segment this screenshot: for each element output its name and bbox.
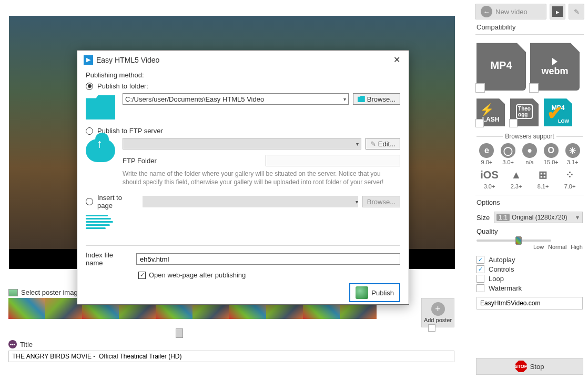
pencil-icon: ✎ [571,6,582,17]
chevron-down-icon: ▾ [356,199,358,205]
publish-ftp-label: Publish to FTP server [97,127,163,135]
folder-icon [86,95,115,119]
new-video-button[interactable]: ← New video [475,4,546,19]
slider-thumb[interactable] [176,328,183,338]
select-poster-label: Select poster image [21,288,82,296]
play-icon [552,58,557,65]
size-value: Original (1280x720) [512,214,567,221]
ios-icon: iOS [482,167,497,182]
insert-page-select[interactable]: ▾ [143,196,358,207]
cloud-upload-icon: ↑ [86,139,115,162]
open-after-label: Open web-page after publishing [149,271,246,279]
publish-dialog: ▶ Easy HTML5 Video ✕ Publishing method: … [77,50,409,305]
opera-version: 15.0+ [541,159,561,165]
compatibility-label: Compatibility [471,23,588,33]
title-label: Title [20,341,33,348]
windows-icon: ⊞ [536,167,551,182]
format-mp4-checkbox[interactable] [475,83,485,93]
chevron-down-icon: ▾ [356,141,359,147]
stop-button[interactable]: STOP Stop [476,358,583,375]
ftp-server-select[interactable]: ▾ [123,138,361,149]
poster-scroll-slider[interactable] [8,331,454,334]
open-after-checkbox[interactable]: ✓ [138,272,146,279]
pencil-icon: ✎ [370,140,376,148]
options-label: Options [471,198,588,208]
ios-version: 3.0+ [477,183,502,190]
title-input[interactable] [8,351,454,362]
folder-path-select[interactable]: C:/Users/user/Documents\Easy HTML5 Video… [123,93,349,105]
format-webm-checkbox[interactable] [529,83,539,93]
format-ogg-checkbox[interactable] [509,119,518,127]
browse-folder-button[interactable]: Browse... [353,93,400,105]
close-button[interactable]: ✕ [391,55,402,65]
blackberry-version: 7.0+ [557,183,583,190]
size-label: Size [477,214,490,222]
quality-low-label: Low [533,244,544,250]
watermark-input[interactable] [477,297,583,310]
chrome-icon: ◯ [501,143,515,158]
quality-label: Quality [477,227,498,235]
opera-icon: O [544,143,559,158]
size-select[interactable]: 1:1 Original (1280x720) ▾ [494,212,583,223]
ie-icon: e [479,143,494,158]
publish-folder-radio[interactable] [86,83,93,90]
size-ratio-badge: 1:1 [496,214,510,221]
slider-thumb[interactable] [515,236,522,245]
android-version: 2.3+ [503,183,529,190]
format-flash-checkbox[interactable] [475,119,484,127]
new-video-label: New video [495,8,528,16]
quality-high-label: High [571,244,583,250]
index-filename-input[interactable] [136,253,400,265]
add-poster-button[interactable]: + Add poster [421,298,454,327]
publish-label: Publish [371,289,394,297]
safari-version: n/a [520,159,540,165]
stop-icon: STOP [515,361,527,372]
publish-ftp-radio[interactable] [86,127,93,135]
controls-label: Controls [489,265,514,273]
edit-button[interactable]: ✎ [569,4,584,19]
chevron-down-icon: ▾ [343,96,346,102]
browse-page-button[interactable]: Browse... [362,196,400,207]
back-arrow-icon: ← [481,6,492,17]
publish-button[interactable]: Publish [349,283,400,302]
plus-icon: + [431,302,445,316]
ftp-hint: Write the name of the folder where your … [123,169,400,186]
app-icon: ▶ [84,55,93,65]
publish-folder-label: Publish to folder: [97,82,148,90]
publishing-method-label: Publishing method: [86,71,400,79]
folder-small-icon [358,96,365,102]
ie-version: 9.0+ [477,159,497,165]
add-poster-label: Add poster [424,317,452,323]
poster-image-icon [8,289,18,296]
autoplay-checkbox[interactable]: ✓ [477,256,484,264]
watermark-label: Watermark [489,284,522,292]
controls-checkbox[interactable]: ✓ [477,265,484,273]
browsers-support-label: Browsers support [477,133,583,140]
loop-checkbox[interactable] [477,275,484,283]
ftp-folder-input[interactable] [266,155,400,166]
blackberry-icon: ⁘ [563,167,577,182]
chevron-down-icon: ▾ [573,214,582,221]
chrome-version: 3.0+ [498,159,519,165]
firefox-icon: ✳ [565,143,580,158]
play-preview-button[interactable]: ▸ [550,4,565,19]
insert-page-radio[interactable] [86,198,93,205]
watermark-checkbox[interactable] [477,284,484,292]
page-lines-icon [86,214,115,238]
dialog-title: Easy HTML5 Video [96,56,159,64]
quality-normal-label: Normal [548,244,566,250]
globe-icon [356,286,368,299]
stop-label: Stop [530,363,544,371]
firefox-version: 3.1+ [562,159,583,165]
poster-thumb[interactable] [8,298,45,319]
ftp-edit-button[interactable]: ✎Edit... [366,138,400,149]
index-filename-label: Index file name [86,251,131,267]
poster-checkbox[interactable] [428,324,435,332]
windows-version: 8.1+ [530,183,556,190]
autoplay-label: Autoplay [489,256,515,264]
title-icon: ••• [8,340,17,348]
film-play-icon: ▸ [552,6,563,17]
format-tile-mp4low[interactable]: MP4✔LOW [544,97,572,126]
safari-icon: ● [522,143,537,158]
quality-slider[interactable] [477,240,551,242]
